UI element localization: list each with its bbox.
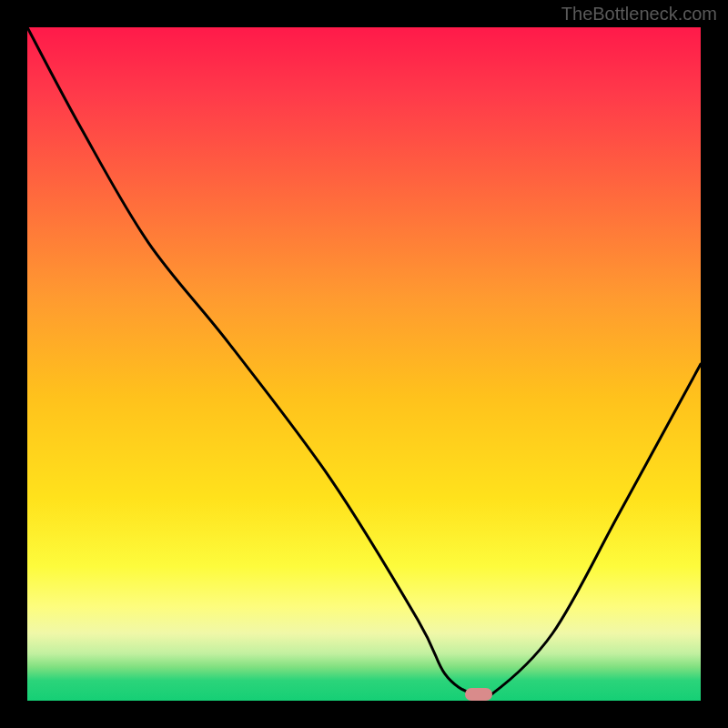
plot-area <box>27 27 701 701</box>
watermark-text: TheBottleneck.com <box>561 4 717 25</box>
optimal-marker <box>465 688 492 701</box>
bottleneck-curve <box>27 27 701 701</box>
